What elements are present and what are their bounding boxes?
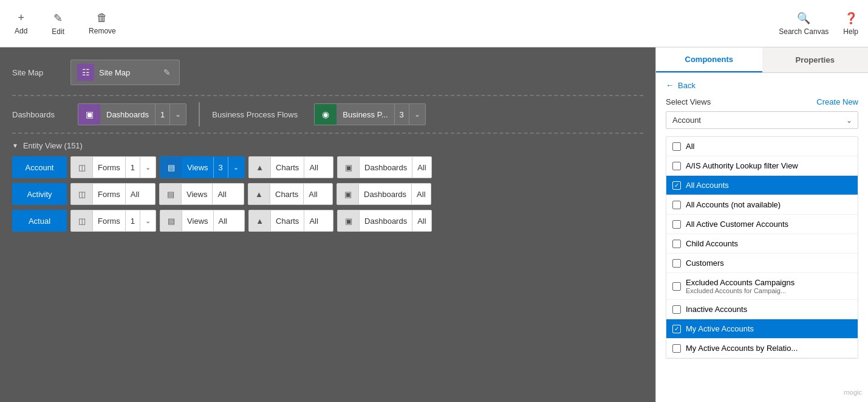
entity-dashboards-count: All	[412, 157, 431, 178]
view-dropdown-wrap: Account ⌄	[666, 111, 858, 129]
entity-dashboards-icon: ▣	[338, 156, 360, 178]
view-name: My Active Accounts	[686, 324, 852, 333]
select-views-label: Select Views	[666, 97, 711, 106]
entity-name-button[interactable]: Account	[12, 156, 67, 178]
view-list-item[interactable]: My Active Accounts	[666, 319, 858, 339]
bpf-section: Business Process Flows ◉ Business P... 3…	[212, 103, 425, 125]
view-sub-label: Excluded Accounts for Campaig...	[686, 287, 852, 294]
entity-views-name: Views	[182, 163, 213, 172]
view-checkbox[interactable]	[672, 344, 681, 353]
view-list-item[interactable]: All Active Customer Accounts	[666, 215, 858, 234]
view-checkbox[interactable]	[672, 162, 681, 170]
create-new-button[interactable]: Create New	[816, 97, 858, 106]
entity-view-header: ▼ Entity View (151)	[12, 141, 643, 150]
sitemap-edit-button[interactable]: ✎	[161, 66, 173, 78]
help-button[interactable]: ❓ Help	[843, 12, 858, 36]
entity-views-dropdown-button[interactable]: ⌄	[228, 157, 244, 178]
entity-forms-icon: ◫	[71, 183, 93, 205]
entity-views-icon: ▤	[160, 210, 182, 232]
bpf-dropdown-button[interactable]: ⌄	[409, 104, 425, 125]
view-list-item[interactable]: A/IS Authority Lookup filter View	[666, 156, 858, 176]
entity-views-box: ▤ViewsAll	[160, 210, 245, 232]
view-name: Customers	[686, 258, 852, 268]
entity-forms-box: ◫Forms1⌄	[70, 210, 156, 232]
entity-charts-count: All	[304, 157, 323, 178]
edit-button[interactable]: ✎ Edit	[47, 9, 69, 38]
dashboards-component-box: ▣ Dashboards 1 ⌄	[78, 103, 186, 125]
back-label: Back	[678, 81, 695, 90]
view-list-item[interactable]: Child Accounts	[666, 234, 858, 254]
dash-row: Dashboards ▣ Dashboards 1 ⌄ Business Pro…	[12, 102, 643, 126]
entity-forms-name: Forms	[93, 217, 125, 226]
entity-rows-container: Account◫Forms1⌄▤Views3⌄▲ChartsAll▣Dashbo…	[12, 156, 643, 232]
entity-name-button[interactable]: Activity	[12, 183, 67, 205]
back-arrow-icon: ←	[666, 80, 674, 90]
view-checkbox[interactable]	[672, 305, 681, 314]
search-canvas-button[interactable]: 🔍 Search Canvas	[779, 12, 829, 36]
entity-charts-name: Charts	[270, 190, 303, 199]
entity-dashboards-name: Dashboards	[359, 190, 411, 199]
dashboards-dropdown-button[interactable]: ⌄	[169, 104, 186, 125]
back-button[interactable]: ← Back	[666, 80, 695, 90]
remove-button[interactable]: 🗑 Remove	[84, 9, 121, 38]
view-checkbox[interactable]	[672, 181, 681, 190]
entity-charts-icon: ▲	[249, 210, 271, 232]
view-list-item[interactable]: All Accounts (not available)	[666, 195, 858, 215]
view-all-row[interactable]: All	[666, 137, 858, 156]
edit-label: Edit	[52, 27, 64, 36]
remove-label: Remove	[89, 27, 116, 35]
edit-icon: ✎	[53, 12, 63, 25]
entity-dashboards-name: Dashboards	[360, 163, 412, 172]
properties-tab[interactable]: Properties	[762, 47, 869, 72]
entity-dashboards-name: Dashboards	[360, 217, 412, 226]
canvas[interactable]: Site Map ☷ Site Map ✎ Dashboards ▣ Dashb…	[0, 47, 655, 402]
toolbar: + Add ✎ Edit 🗑 Remove 🔍 Search Canvas ❓ …	[0, 0, 868, 47]
entity-charts-count: All	[304, 210, 323, 231]
add-button[interactable]: + Add	[10, 9, 32, 38]
view-checkbox[interactable]	[672, 220, 681, 229]
select-views-header: Select Views Create New	[666, 97, 858, 106]
entity-views-name: Views	[182, 190, 212, 199]
view-list-item[interactable]: Inactive Accounts	[666, 300, 858, 319]
entity-views-box: ▤ViewsAll	[159, 183, 244, 205]
entity-name-button[interactable]: Actual	[12, 210, 67, 232]
view-list-item[interactable]: Customers	[666, 254, 858, 273]
entity-dashboards-count: All	[412, 210, 431, 231]
entity-forms-box: ◫Forms1⌄	[70, 156, 156, 178]
view-name: A/IS Authority Lookup filter View	[686, 161, 852, 170]
view-list-item[interactable]: All Accounts	[666, 176, 858, 195]
view-checkbox[interactable]	[672, 201, 681, 209]
canvas-content: Site Map ☷ Site Map ✎ Dashboards ▣ Dashb…	[0, 47, 655, 402]
view-list-item[interactable]: Excluded Accounts CampaignsExcluded Acco…	[666, 273, 858, 300]
watermark: rnogic	[844, 389, 862, 396]
entity-charts-box: ▲ChartsAll	[248, 183, 333, 205]
entity-dashboards-icon: ▣	[337, 183, 359, 205]
view-checkbox[interactable]	[672, 259, 681, 268]
bpf-count: 3	[394, 104, 409, 125]
entity-forms-icon: ◫	[71, 210, 93, 232]
view-list-item[interactable]: My Active Accounts by Relatio...	[666, 339, 858, 358]
dashboards-section: Dashboards ▣ Dashboards 1 ⌄	[12, 103, 186, 125]
separator-1	[12, 95, 643, 96]
entity-charts-name: Charts	[271, 163, 304, 172]
view-name: Child Accounts	[686, 239, 852, 248]
sitemap-box: ☷ Site Map ✎	[70, 60, 180, 85]
view-type-select[interactable]: Account	[666, 111, 858, 129]
view-checkbox[interactable]	[672, 282, 681, 291]
entity-dashboards-box: ▣DashboardsAll	[337, 183, 431, 205]
all-checkbox[interactable]	[672, 142, 681, 151]
bpf-label: Business Process Flows	[212, 110, 309, 119]
components-tab[interactable]: Components	[656, 47, 762, 72]
sitemap-icon: ☷	[77, 64, 94, 81]
view-checkbox[interactable]	[672, 240, 681, 248]
entity-dashboards-box: ▣DashboardsAll	[337, 156, 432, 178]
entity-views-count: All	[213, 210, 232, 231]
entity-forms-dropdown-button[interactable]: ⌄	[140, 157, 155, 178]
entity-forms-dropdown-button[interactable]: ⌄	[140, 210, 155, 231]
view-name: My Active Accounts by Relatio...	[686, 344, 852, 353]
entity-row: Account◫Forms1⌄▤Views3⌄▲ChartsAll▣Dashbo…	[12, 156, 643, 178]
help-icon: ❓	[844, 12, 858, 25]
view-name: Inactive Accounts	[686, 305, 852, 314]
bpf-comp-name: Business P...	[337, 110, 394, 119]
view-checkbox[interactable]	[672, 325, 681, 333]
